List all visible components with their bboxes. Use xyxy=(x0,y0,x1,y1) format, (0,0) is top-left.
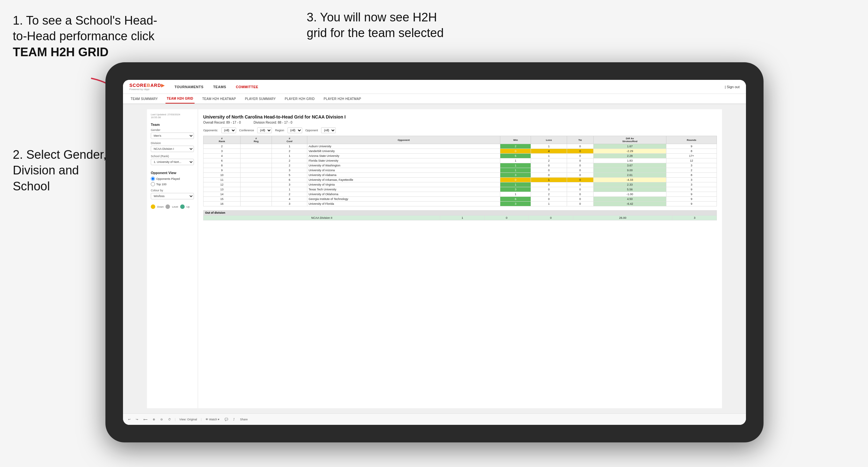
filter-region-select[interactable]: (All) xyxy=(257,127,272,133)
table-row: 4 1 Arizona State University 5 1 0 2.28 … xyxy=(204,154,717,158)
cell-reg xyxy=(241,158,272,163)
logo: SCOREBARD▶ Powered by clippi xyxy=(129,83,165,91)
color-down xyxy=(151,205,155,209)
cell-conf: 3 xyxy=(272,168,307,173)
cell-tie: 0 xyxy=(567,144,593,149)
sub-nav-player-summary[interactable]: PLAYER SUMMARY xyxy=(244,94,277,103)
top-nav: SCOREBARD▶ Powered by clippi TOURNAMENTS… xyxy=(123,80,746,94)
out-of-division-table: NCAA Division II 1 0 0 26.00 3 xyxy=(203,215,717,220)
th-rounds: Rounds xyxy=(666,136,717,144)
cell-opponent: University of Arizona xyxy=(307,168,500,173)
toolbar-zoom-out[interactable]: ⊖ xyxy=(159,417,164,422)
out-of-division-section: Out of division NCAA Division II 1 0 0 2… xyxy=(203,210,717,220)
table-row: 11 6 University of Arkansas, Fayettevill… xyxy=(204,178,717,182)
cell-conf: 2 xyxy=(272,163,307,168)
nav-tournaments[interactable]: TOURNAMENTS xyxy=(175,85,204,89)
toolbar-comment[interactable]: 💬 xyxy=(223,417,229,422)
cell-rank: 10 xyxy=(204,173,241,178)
cell-diff: 2.28 xyxy=(593,154,666,158)
cell-conf: 6 xyxy=(272,178,307,182)
toolbar-share-icon[interactable]: ⤴ xyxy=(232,417,236,422)
sub-nav-team-h2h-heatmap[interactable]: TEAM H2H HEATMAP xyxy=(201,94,237,103)
cell-opponent: University of Virginia xyxy=(307,182,500,187)
cell-rounds: 3 xyxy=(666,182,717,187)
table-row: 14 2 University of Oklahoma 1 2 0 -1.00 … xyxy=(204,192,717,197)
cell-diff: 4.50 xyxy=(593,197,666,201)
sub-nav-player-h2h-heatmap[interactable]: PLAYER H2H HEATMAP xyxy=(322,94,362,103)
cell-rank: 12 xyxy=(204,182,241,187)
color-legend: Down Level Up xyxy=(151,205,194,209)
school-label: School (Rank) xyxy=(151,155,194,158)
table-row: 2 1 Auburn University 2 1 0 1.67 9 xyxy=(204,144,717,149)
cell-tie: 0 xyxy=(567,197,593,201)
cell-conf: 5 xyxy=(272,173,307,178)
division-select[interactable]: NCAA Division I NCAA Division II NCAA Di… xyxy=(151,146,194,152)
cell-reg xyxy=(241,187,272,192)
th-win: Win xyxy=(500,136,531,144)
ann3-line2: grid for the team selected xyxy=(307,26,444,40)
cell-loss: 1 xyxy=(531,178,567,182)
cell-diff: -2.29 xyxy=(593,149,666,154)
toolbar-redo[interactable]: ↪ xyxy=(134,417,140,422)
cell-tie: 0 xyxy=(567,192,593,197)
radio-opponents-played[interactable]: Opponents Played xyxy=(151,177,194,181)
cell-loss: 2 xyxy=(531,192,567,197)
filter-opponent-label: Opponent xyxy=(305,129,318,132)
filter-opponent-val-select[interactable]: (All) xyxy=(321,127,336,133)
cell-diff: 2.61 xyxy=(593,173,666,178)
colour-by-select[interactable]: Win/loss xyxy=(151,193,194,199)
out-div-tie: 0 xyxy=(529,216,573,220)
cell-rank: 4 xyxy=(204,154,241,158)
toolbar-forward[interactable]: ⊕ xyxy=(151,417,157,422)
table-row: 9 3 University of Arizona 1 0 0 9.00 2 xyxy=(204,168,717,173)
filter-opponent-select[interactable]: (All) xyxy=(287,127,302,133)
cell-conf: 3 xyxy=(272,182,307,187)
gender-select[interactable]: Men's Women's xyxy=(151,132,194,139)
cell-reg xyxy=(241,144,272,149)
table-row: 3 2 Vanderbilt University 0 4 0 -2.29 8 xyxy=(204,149,717,154)
cell-conf: 1 xyxy=(272,187,307,192)
toolbar-view[interactable]: View: Original xyxy=(178,417,198,422)
timestamp-time: 16:55:38 xyxy=(151,116,161,119)
cell-reg xyxy=(241,163,272,168)
nav-links: TOURNAMENTS TEAMS COMMITTEE xyxy=(175,85,258,89)
cell-opponent: Auburn University xyxy=(307,144,500,149)
cell-rounds: 9 xyxy=(666,201,717,206)
nav-committee[interactable]: COMMITTEE xyxy=(236,85,258,89)
nav-teams[interactable]: TEAMS xyxy=(213,85,226,89)
sign-out-label[interactable]: Sign out xyxy=(727,85,740,89)
sub-nav-team-h2h-grid[interactable]: TEAM H2H GRID xyxy=(165,94,194,103)
toolbar-back[interactable]: ⟵ xyxy=(142,417,149,422)
filter-conference-select[interactable]: (All) xyxy=(221,127,236,133)
toolbar-watch[interactable]: 👁 Watch ▾ xyxy=(204,417,221,422)
filter-conference-label: Conference xyxy=(239,129,254,132)
sub-nav-player-h2h-grid[interactable]: PLAYER H2H GRID xyxy=(283,94,316,103)
annotation-3: 3. You will now see H2H grid for the tea… xyxy=(307,9,524,41)
cell-rounds: 17+ xyxy=(666,154,717,158)
cell-win: 1 xyxy=(500,163,531,168)
school-select[interactable]: 1. University of Nort... xyxy=(151,159,194,165)
sub-nav-team-summary[interactable]: TEAM SUMMARY xyxy=(129,94,159,103)
cell-opponent: Georgia Institute of Technology xyxy=(307,197,500,201)
radio-top100-input[interactable] xyxy=(151,182,155,186)
radio-opponents-played-input[interactable] xyxy=(151,177,155,181)
cell-loss: 1 xyxy=(531,201,567,206)
opponent-radio-group: Opponents Played Top 100 xyxy=(151,177,194,186)
logo-sub: Powered by clippi xyxy=(129,88,165,91)
toolbar-clock[interactable]: ⏱ xyxy=(167,417,172,422)
cell-rank: 2 xyxy=(204,144,241,149)
toolbar-sep2: | xyxy=(201,418,202,421)
tablet-frame: SCOREBARD▶ Powered by clippi TOURNAMENTS… xyxy=(105,62,764,442)
toolbar-undo[interactable]: ↩ xyxy=(127,417,132,422)
radio-top100-label: Top 100 xyxy=(156,183,166,186)
toolbar-share[interactable]: Share xyxy=(239,417,249,422)
division-record: Division Record: 88 - 17 - 0 xyxy=(254,121,292,124)
cell-reg xyxy=(241,182,272,187)
cell-diff: 5.56 xyxy=(593,187,666,192)
cell-win: 3 xyxy=(500,201,531,206)
table-row: 15 4 Georgia Institute of Technology 6 0… xyxy=(204,197,717,201)
radio-top100[interactable]: Top 100 xyxy=(151,182,194,186)
cell-opponent: University of Washington xyxy=(307,163,500,168)
sign-out-button[interactable]: | Sign out xyxy=(725,85,740,89)
ann2-line3: School xyxy=(13,180,50,193)
